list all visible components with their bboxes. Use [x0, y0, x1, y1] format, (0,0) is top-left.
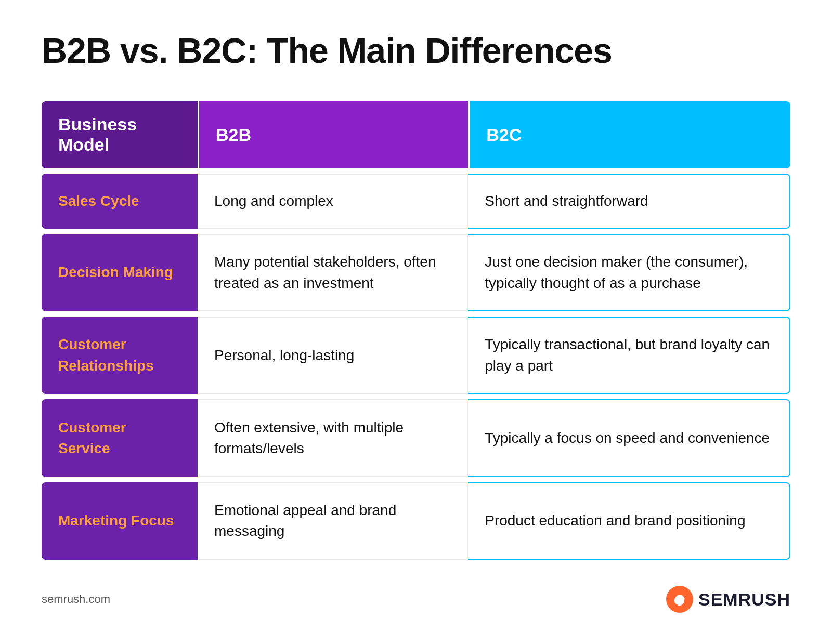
semrush-logo: SEMRUSH [666, 586, 790, 613]
row-category: Customer Service [42, 399, 198, 477]
row-b2b: Personal, long-lasting [198, 317, 468, 394]
row-b2b: Many potential stakeholders, often treat… [198, 234, 468, 311]
footer-url: semrush.com [42, 593, 110, 606]
row-b2c: Just one decision maker (the consumer), … [468, 234, 790, 311]
row-category: Decision Making [42, 234, 198, 311]
data-row: Decision Making Many potential stakehold… [42, 234, 790, 311]
header-b2c: B2C [468, 101, 790, 168]
page-title: B2B vs. B2C: The Main Differences [42, 31, 790, 70]
row-b2b: Often extensive, with multiple formats/l… [198, 399, 468, 477]
data-row: Marketing Focus Emotional appeal and bra… [42, 482, 790, 560]
comparison-table: Business Model B2B B2C Sales Cycle Long … [42, 101, 790, 560]
row-b2c: Typically transactional, but brand loyal… [468, 317, 790, 394]
header-b2b: B2B [198, 101, 468, 168]
row-b2b: Emotional appeal and brand messaging [198, 482, 468, 560]
row-category: Customer Relationships [42, 317, 198, 394]
row-b2c: Product education and brand positioning [468, 482, 790, 560]
footer: semrush.com SEMRUSH [42, 581, 790, 613]
row-category: Sales Cycle [42, 174, 198, 229]
row-b2c: Typically a focus on speed and convenien… [468, 399, 790, 477]
row-b2b: Long and complex [198, 174, 468, 229]
semrush-logo-icon [666, 586, 693, 613]
semrush-logo-text: SEMRUSH [698, 589, 790, 610]
data-row: Sales Cycle Long and complex Short and s… [42, 174, 790, 229]
header-row: Business Model B2B B2C [42, 101, 790, 168]
data-row: Customer Service Often extensive, with m… [42, 399, 790, 477]
row-category: Marketing Focus [42, 482, 198, 560]
header-category: Business Model [42, 101, 198, 168]
data-row: Customer Relationships Personal, long-la… [42, 317, 790, 394]
row-b2c: Short and straightforward [468, 174, 790, 229]
